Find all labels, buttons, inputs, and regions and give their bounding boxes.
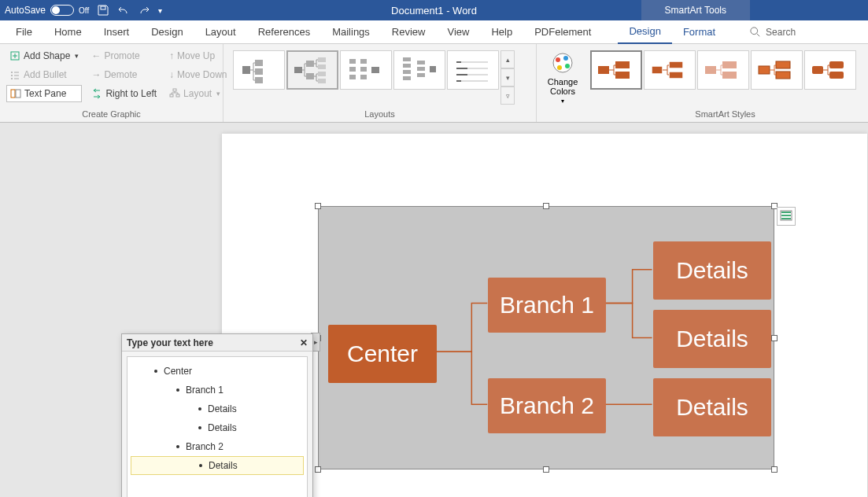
svg-rect-36 bbox=[430, 66, 436, 72]
text-pane-list[interactable]: Center Branch 1 Details Details Branch 2… bbox=[127, 356, 308, 497]
layout-icon bbox=[169, 88, 180, 99]
list-item[interactable]: Branch 2 bbox=[131, 437, 304, 456]
title-bar: AutoSave Off ▾ Document1 - Word SmartArt… bbox=[0, 0, 868, 20]
right-to-left-button[interactable]: Right to Left bbox=[88, 85, 160, 102]
list-item[interactable]: Details bbox=[131, 399, 304, 418]
tab-view[interactable]: View bbox=[436, 20, 480, 44]
layout-options-button[interactable] bbox=[777, 207, 796, 226]
text-pane[interactable]: Type your text here ✕ Center Branch 1 De… bbox=[121, 333, 313, 497]
tab-review[interactable]: Review bbox=[381, 20, 437, 44]
smartart-object[interactable]: ▸ Center Branch 1 Branch 2 Details Detai… bbox=[318, 206, 774, 469]
tab-smartart-format[interactable]: Format bbox=[672, 20, 726, 44]
svg-rect-24 bbox=[349, 75, 356, 79]
style-thumb-icon bbox=[755, 58, 798, 82]
group-label-layouts: Layouts bbox=[230, 108, 530, 120]
scroll-down-icon[interactable]: ▾ bbox=[500, 68, 515, 87]
search-placeholder: Search bbox=[766, 27, 796, 38]
group-label-create-graphic: Create Graphic bbox=[6, 108, 216, 120]
contextual-tab-title: SmartArt Tools bbox=[641, 0, 750, 20]
svg-rect-35 bbox=[417, 73, 425, 77]
layout-option-5[interactable] bbox=[447, 50, 499, 90]
document-title: Document1 - Word bbox=[391, 5, 477, 17]
layout-option-3[interactable] bbox=[340, 50, 392, 90]
move-down-button[interactable]: ↓Move Down bbox=[166, 66, 230, 83]
list-item-selected[interactable]: Details bbox=[131, 456, 304, 475]
svg-rect-30 bbox=[403, 64, 411, 68]
smartart-node-details[interactable]: Details bbox=[653, 241, 771, 300]
list-item[interactable]: Center bbox=[131, 362, 304, 381]
bullet-icon bbox=[176, 445, 179, 448]
promote-button[interactable]: ←Promote bbox=[88, 47, 160, 64]
svg-rect-20 bbox=[318, 72, 326, 76]
tab-smartart-design[interactable]: Design bbox=[618, 20, 671, 44]
undo-icon[interactable] bbox=[117, 4, 130, 17]
svg-rect-17 bbox=[306, 73, 314, 79]
smartart-node-branch1[interactable]: Branch 1 bbox=[488, 278, 606, 333]
redo-icon[interactable] bbox=[138, 4, 150, 17]
smartart-node-details[interactable]: Details bbox=[653, 310, 771, 368]
svg-rect-19 bbox=[318, 64, 326, 69]
list-item[interactable]: Branch 1 bbox=[131, 381, 304, 399]
svg-rect-32 bbox=[403, 76, 411, 80]
tab-mailings[interactable]: Mailings bbox=[321, 20, 381, 44]
hierarchy-thumb-icon bbox=[293, 56, 332, 84]
tab-home[interactable]: Home bbox=[43, 20, 93, 44]
svg-rect-43 bbox=[615, 61, 630, 68]
svg-rect-55 bbox=[829, 61, 844, 68]
style-option-3[interactable] bbox=[697, 50, 749, 90]
tab-pdfelement[interactable]: PDFelement bbox=[523, 20, 602, 44]
svg-rect-22 bbox=[349, 59, 356, 64]
rtl-icon bbox=[91, 88, 102, 99]
smartart-node-center[interactable]: Center bbox=[328, 325, 437, 383]
layout-option-1[interactable] bbox=[233, 50, 285, 90]
close-icon[interactable]: ✕ bbox=[300, 337, 308, 348]
tab-layout[interactable]: Layout bbox=[194, 20, 247, 44]
change-colors-button[interactable]: Change Colors ▾ bbox=[543, 47, 582, 108]
bullet-icon bbox=[198, 407, 201, 410]
autosave-toggle[interactable]: AutoSave Off bbox=[5, 5, 89, 16]
svg-rect-33 bbox=[417, 61, 425, 64]
add-shape-icon bbox=[9, 50, 20, 61]
svg-rect-15 bbox=[294, 67, 302, 73]
tell-me-search[interactable]: Search bbox=[750, 27, 796, 38]
move-up-button[interactable]: ↑Move Up bbox=[166, 47, 230, 64]
group-layouts: ▴▾▿ Layouts bbox=[223, 44, 537, 122]
svg-rect-56 bbox=[829, 72, 844, 79]
add-bullet-button[interactable]: Add Bullet bbox=[6, 66, 82, 83]
add-shape-button[interactable]: Add Shape▾ bbox=[6, 47, 82, 64]
svg-rect-47 bbox=[669, 72, 683, 79]
style-thumb-icon bbox=[809, 58, 851, 82]
scroll-up-icon[interactable]: ▴ bbox=[500, 50, 515, 68]
tab-references[interactable]: References bbox=[247, 20, 321, 44]
save-icon[interactable] bbox=[97, 4, 109, 17]
tab-insert[interactable]: Insert bbox=[93, 20, 141, 44]
svg-rect-34 bbox=[417, 67, 425, 71]
layout-option-4[interactable] bbox=[393, 50, 445, 90]
style-option-2[interactable] bbox=[644, 50, 696, 90]
layout-button[interactable]: Layout▾ bbox=[166, 85, 230, 102]
svg-rect-18 bbox=[318, 57, 326, 62]
svg-rect-12 bbox=[255, 60, 263, 66]
svg-rect-26 bbox=[360, 67, 367, 72]
svg-point-40 bbox=[565, 64, 570, 68]
tab-file[interactable]: File bbox=[5, 20, 43, 44]
list-item[interactable]: Details bbox=[131, 418, 304, 437]
qat-more-icon[interactable]: ▾ bbox=[158, 6, 162, 15]
layouts-scroll[interactable]: ▴▾▿ bbox=[500, 50, 515, 105]
expand-gallery-icon[interactable]: ▿ bbox=[500, 87, 515, 105]
smartart-node-details[interactable]: Details bbox=[653, 378, 771, 436]
layout-option-2-selected[interactable] bbox=[286, 50, 338, 90]
text-pane-title: Type your text here bbox=[127, 337, 213, 348]
style-thumb-icon bbox=[702, 58, 744, 82]
quick-access-toolbar: ▾ bbox=[97, 4, 162, 17]
tab-design[interactable]: Design bbox=[140, 20, 194, 44]
style-option-1-selected[interactable] bbox=[590, 50, 642, 90]
svg-rect-42 bbox=[598, 66, 609, 74]
text-pane-button[interactable]: Text Pane bbox=[6, 85, 82, 102]
style-option-4[interactable] bbox=[751, 50, 803, 90]
style-option-5[interactable] bbox=[804, 50, 856, 90]
tab-help[interactable]: Help bbox=[480, 20, 523, 44]
svg-rect-27 bbox=[360, 75, 367, 79]
smartart-node-branch2[interactable]: Branch 2 bbox=[488, 378, 606, 433]
demote-button[interactable]: →Demote bbox=[88, 66, 160, 83]
